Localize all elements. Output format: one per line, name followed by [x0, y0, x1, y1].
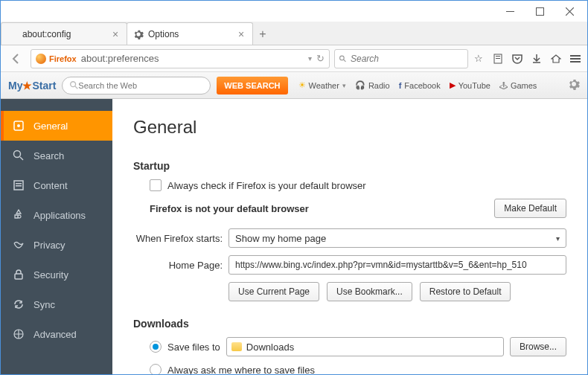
web-search-button[interactable]: WEB SEARCH: [217, 77, 287, 94]
tab-close-icon[interactable]: ×: [110, 29, 121, 39]
always-check-label: Always check if Firefox is your default …: [167, 180, 366, 191]
navigation-toolbar: Firefox about:preferences ▾ ↻ ☆: [1, 45, 587, 72]
advanced-icon: [13, 328, 25, 340]
tab-title: about:config: [22, 29, 110, 39]
sidebar-item-label: Advanced: [33, 329, 77, 340]
back-button[interactable]: [7, 49, 26, 68]
star-icon[interactable]: ☆: [473, 53, 485, 65]
tab-title: Options: [148, 29, 236, 39]
select-value: Show my home page: [235, 233, 326, 244]
page-title: General: [133, 117, 566, 138]
home-icon[interactable]: [550, 53, 562, 65]
restore-default-button[interactable]: Restore to Default: [420, 282, 511, 301]
always-ask-label: Always ask me where to save files: [167, 365, 315, 375]
svg-rect-14: [16, 183, 22, 185]
bookmarks-icon[interactable]: [492, 53, 504, 65]
always-check-checkbox[interactable]: [150, 179, 162, 191]
pocket-icon[interactable]: [511, 53, 523, 65]
svg-rect-8: [570, 61, 581, 62]
identity-label: Firefox: [49, 54, 77, 63]
mystart-settings-icon[interactable]: [568, 78, 580, 92]
svg-rect-1: [536, 7, 543, 15]
search-bar[interactable]: [334, 49, 468, 68]
svg-point-9: [71, 82, 76, 87]
mystart-toolbar: My★Start WEB SEARCH ☀Weather▾ 🎧Radio fFa…: [1, 72, 587, 99]
mystart-search-box[interactable]: [62, 77, 211, 94]
privacy-icon: [13, 239, 25, 251]
sidebar-item-label: Content: [33, 180, 68, 191]
sidebar-item-label: Search: [33, 150, 64, 161]
sidebar-item-general[interactable]: General: [1, 111, 112, 141]
use-bookmark-button[interactable]: Use Bookmark...: [327, 282, 412, 301]
make-default-button[interactable]: Make Default: [494, 199, 566, 218]
minimize-button[interactable]: [495, 1, 525, 22]
sidebar-item-sync[interactable]: Sync: [1, 289, 112, 319]
svg-point-11: [17, 124, 20, 127]
svg-rect-16: [15, 274, 22, 279]
home-page-input[interactable]: [229, 255, 566, 275]
search-icon: [13, 150, 25, 161]
svg-rect-4: [496, 56, 500, 57]
identity-box[interactable]: Firefox: [36, 54, 77, 64]
sidebar-item-privacy[interactable]: Privacy: [1, 230, 112, 260]
downloads-heading: Downloads: [133, 318, 566, 330]
svg-rect-15: [16, 185, 22, 187]
facebook-icon: f: [399, 81, 402, 90]
sun-icon: ☀: [298, 80, 306, 90]
mystart-link-facebook[interactable]: fFacebook: [399, 81, 441, 90]
sidebar-item-search[interactable]: Search: [1, 141, 112, 170]
svg-point-12: [14, 151, 21, 158]
sidebar-item-label: Security: [33, 269, 68, 281]
maximize-button[interactable]: [525, 1, 555, 22]
save-files-to-label: Save files to: [167, 342, 220, 353]
tab-about-config[interactable]: about:config ×: [1, 22, 127, 45]
window-titlebar: [1, 1, 587, 22]
general-icon: [13, 120, 25, 132]
tab-close-icon[interactable]: ×: [236, 29, 246, 39]
youtube-icon: ▶: [450, 80, 456, 90]
svg-point-2: [340, 56, 345, 60]
sidebar-item-label: Sync: [33, 299, 55, 310]
mystart-link-youtube[interactable]: ▶YouTube: [450, 80, 490, 90]
browse-button[interactable]: Browse...: [510, 337, 566, 356]
new-tab-button[interactable]: +: [252, 24, 273, 45]
downloads-path-field[interactable]: Downloads: [226, 337, 504, 356]
mystart-logo[interactable]: My★Start: [8, 80, 56, 92]
always-ask-radio[interactable]: [150, 364, 162, 374]
globe-icon: [7, 29, 18, 39]
mystart-link-games[interactable]: 🕹Games: [499, 81, 537, 90]
content-icon: [13, 179, 25, 191]
search-input[interactable]: [351, 54, 463, 64]
sidebar-item-label: Applications: [33, 210, 86, 221]
mystart-search-input[interactable]: [78, 81, 202, 90]
mystart-link-weather[interactable]: ☀Weather▾: [298, 80, 346, 90]
tab-options[interactable]: Options ×: [127, 22, 253, 45]
startup-heading: Startup: [133, 160, 566, 172]
svg-rect-6: [570, 55, 581, 57]
tab-strip: about:config × Options × +: [1, 22, 587, 45]
firefox-icon: [36, 54, 46, 64]
home-page-label: Home Page:: [133, 260, 223, 271]
headphones-icon: 🎧: [355, 80, 365, 90]
reload-icon[interactable]: ↻: [316, 53, 325, 64]
dropdown-icon[interactable]: ▾: [308, 54, 312, 62]
mystart-links: ☀Weather▾ 🎧Radio fFacebook ▶YouTube 🕹Gam…: [298, 80, 537, 90]
save-files-to-radio[interactable]: [150, 341, 162, 353]
when-starts-select[interactable]: Show my home page ▾: [229, 228, 566, 248]
downloads-icon[interactable]: [531, 53, 543, 65]
mystart-link-radio[interactable]: 🎧Radio: [355, 80, 390, 90]
sidebar-item-applications[interactable]: Applications: [1, 200, 112, 230]
use-current-page-button[interactable]: Use Current Page: [229, 282, 319, 301]
url-bar[interactable]: Firefox about:preferences ▾ ↻: [31, 49, 330, 68]
sidebar-item-advanced[interactable]: Advanced: [1, 319, 112, 349]
sidebar-item-label: Privacy: [33, 240, 65, 251]
sidebar-item-security[interactable]: Security: [1, 260, 112, 289]
sidebar-item-content[interactable]: Content: [1, 170, 112, 200]
chevron-down-icon: ▾: [556, 234, 560, 243]
preferences-pane: General Startup Always check if Firefox …: [112, 99, 587, 374]
svg-rect-0: [506, 11, 514, 12]
menu-icon[interactable]: [569, 53, 581, 65]
close-window-button[interactable]: [555, 1, 584, 22]
sync-icon: [13, 298, 25, 310]
joystick-icon: 🕹: [499, 81, 508, 90]
